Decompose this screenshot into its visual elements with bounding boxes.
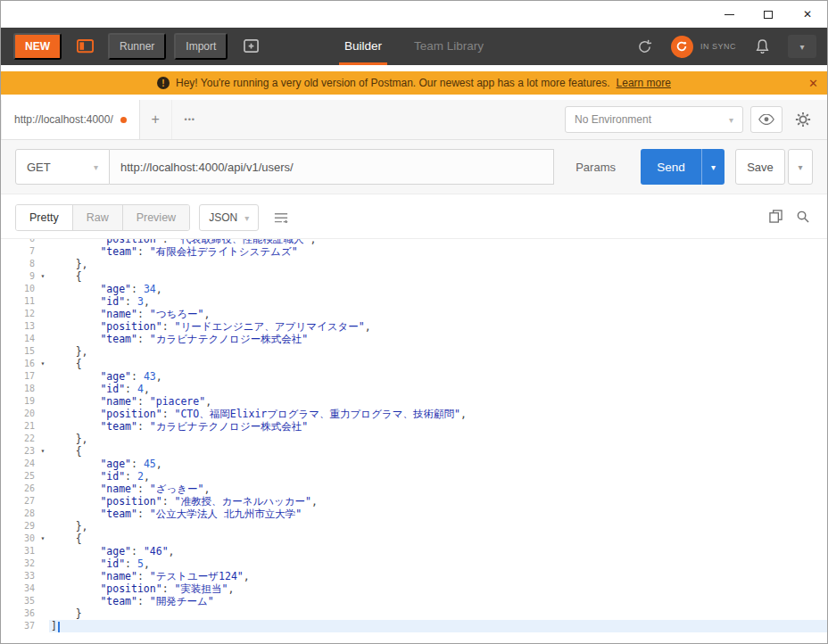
code-text: "id": 2, (49, 470, 827, 483)
learn-more-link[interactable]: Learn more (617, 77, 671, 89)
line-number: 30 (1, 533, 37, 545)
code-line: 27 "position": "准教授、カーネルハッカー", (1, 495, 827, 508)
fold-toggle-icon[interactable]: ▾ (37, 358, 49, 370)
new-tab-button[interactable]: + (140, 100, 172, 139)
environment-select[interactable]: No Environment ▾ (565, 106, 743, 133)
maximize-icon (764, 11, 773, 19)
code-text: }, (49, 520, 827, 533)
fold-spacer (37, 238, 49, 245)
code-text: "name": "テストユーザ124", (49, 570, 827, 582)
fold-toggle-icon[interactable]: ▾ (37, 270, 49, 283)
sync-logo-button[interactable] (671, 36, 693, 58)
settings-button[interactable] (790, 106, 816, 133)
code-line: 21 "team": "カラビナテクノロジー株式会社" (1, 420, 827, 433)
close-icon: ✕ (803, 8, 812, 21)
params-button[interactable]: Params (559, 149, 632, 185)
sidebar-toggle-icon (77, 39, 94, 53)
fold-spacer (37, 495, 49, 508)
line-number: 16 (1, 358, 37, 370)
line-number: 23 (1, 445, 37, 458)
line-number: 24 (1, 458, 37, 470)
close-button[interactable]: ✕ (788, 1, 827, 28)
code-text: "position": "CTO、福岡Elixirプログラマ、重力プログラマ、技… (49, 408, 827, 420)
fold-spacer (37, 258, 49, 270)
code-text: "age": 45, (49, 458, 827, 470)
line-number: 7 (1, 245, 37, 258)
fold-toggle-icon[interactable]: ▾ (37, 445, 49, 458)
send-button[interactable]: Send (641, 149, 701, 185)
line-number: 36 (1, 607, 37, 620)
format-select[interactable]: JSON ▾ (199, 204, 259, 231)
tab-builder[interactable]: Builder (332, 28, 394, 65)
account-menu-button[interactable]: ▾ (788, 35, 816, 58)
fold-toggle-icon[interactable]: ▾ (37, 533, 49, 545)
code-text: "team": "公立大学法人 北九州市立大学" (49, 508, 827, 520)
request-tab-strip: http://localhost:4000/ + ••• No Environm… (1, 100, 827, 140)
warning-icon: ! (157, 77, 170, 89)
code-text: "age": 34, (49, 283, 827, 295)
url-input[interactable] (110, 149, 554, 185)
new-window-button[interactable] (236, 35, 266, 59)
line-number: 33 (1, 570, 37, 582)
code-line: 10 "age": 34, (1, 283, 827, 295)
fold-spacer (37, 520, 49, 533)
copy-button[interactable] (769, 210, 782, 227)
line-number: 32 (1, 557, 37, 570)
code-text: }, (49, 433, 827, 445)
chevron-down-icon: ▾ (729, 115, 733, 125)
response-view-toggle: Pretty Raw Preview (15, 204, 190, 231)
line-number: 25 (1, 470, 37, 483)
line-wrap-button[interactable] (268, 204, 294, 231)
banner-wrap: ! Hey! You're running a very old version… (1, 65, 827, 100)
view-tab-raw[interactable]: Raw (73, 205, 123, 230)
eye-icon (758, 114, 774, 124)
import-button[interactable]: Import (174, 33, 228, 60)
line-number: 6 (1, 238, 37, 245)
environment-preview-button[interactable] (750, 106, 782, 133)
save-options-button[interactable]: ▾ (788, 149, 813, 185)
search-button[interactable] (796, 210, 809, 227)
response-toolbar: Pretty Raw Preview JSON ▾ (1, 194, 827, 238)
code-line: 23▾ { (1, 445, 827, 458)
search-icon (796, 210, 809, 223)
code-line: 16▾ { (1, 358, 827, 370)
code-text: "id": 4, (49, 383, 827, 395)
code-line: 28 "team": "公立大学法人 北九州市立大学" (1, 508, 827, 520)
fold-spacer (37, 420, 49, 433)
line-number: 29 (1, 520, 37, 533)
fold-spacer (37, 570, 49, 582)
view-tab-pretty[interactable]: Pretty (16, 205, 73, 230)
new-window-icon (244, 39, 259, 53)
code-line: 15 }, (1, 345, 827, 358)
new-button[interactable]: NEW (13, 33, 62, 60)
fold-spacer (37, 395, 49, 408)
runner-button[interactable]: Runner (108, 33, 166, 60)
capture-button[interactable] (630, 35, 660, 59)
banner-close-button[interactable]: ✕ (808, 71, 818, 95)
code-line: 6 "position": "代表取締役、性能検証職人", (1, 238, 827, 245)
maximize-button[interactable] (749, 1, 788, 28)
code-line: 14 "team": "カラビナテクノロジー株式会社" (1, 333, 827, 345)
response-body[interactable]: 6 "position": "代表取締役、性能検証職人",7 "team": "… (1, 238, 827, 643)
code-text: "age": "46", (49, 545, 827, 557)
code-line: 19 "name": "piacere", (1, 395, 827, 408)
code-line: 35 "team": "開発チーム" (1, 595, 827, 607)
method-select[interactable]: GET ▾ (15, 149, 110, 185)
code-line: 9▾ { (1, 270, 827, 283)
request-tab[interactable]: http://localhost:4000/ (1, 100, 140, 139)
fold-spacer (37, 557, 49, 570)
tab-team-library[interactable]: Team Library (402, 28, 496, 65)
tab-options-button[interactable]: ••• (172, 100, 208, 139)
fold-spacer (37, 508, 49, 520)
line-number: 8 (1, 258, 37, 270)
view-tab-preview[interactable]: Preview (123, 205, 189, 230)
notifications-button[interactable] (747, 35, 777, 59)
save-button[interactable]: Save (735, 149, 785, 185)
send-options-button[interactable]: ▾ (701, 149, 724, 185)
sidebar-toggle-button[interactable] (70, 35, 100, 59)
capture-icon (637, 39, 652, 54)
code-line: 29 }, (1, 520, 827, 533)
fold-spacer (37, 308, 49, 320)
minimize-button[interactable] (709, 1, 749, 28)
postman-window: ✕ NEW Runner Import Builder Team Library (0, 0, 828, 644)
